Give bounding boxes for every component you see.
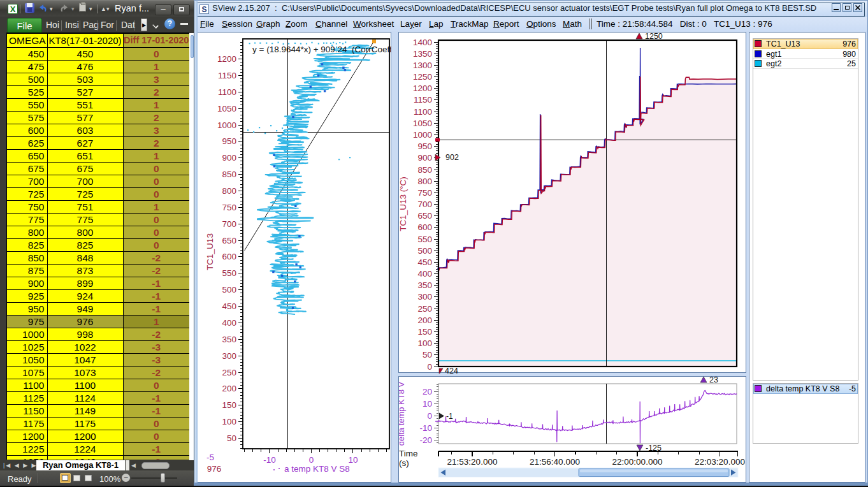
svg-text:delta temp KT8 V: delta temp KT8 V xyxy=(399,381,406,446)
svg-text:800: 800 xyxy=(222,186,236,196)
svg-text:250: 250 xyxy=(417,304,432,314)
svg-text:150: 150 xyxy=(222,400,236,410)
svg-text:1000: 1000 xyxy=(217,120,236,130)
svg-text:600: 600 xyxy=(417,222,432,232)
svg-text:10: 10 xyxy=(348,455,358,465)
svg-text:300: 300 xyxy=(222,351,236,361)
svg-text:100: 100 xyxy=(222,417,236,426)
svg-text:300: 300 xyxy=(417,292,432,302)
svg-text:-10: -10 xyxy=(263,455,276,465)
svg-text:0: 0 xyxy=(427,362,432,372)
svg-text:200: 200 xyxy=(222,384,236,393)
svg-text:1200: 1200 xyxy=(217,54,236,64)
svg-text:-5: -5 xyxy=(206,453,214,462)
svg-text:750: 750 xyxy=(222,203,236,212)
svg-text:-10: -10 xyxy=(419,423,432,433)
svg-text:750: 750 xyxy=(417,188,432,198)
svg-text:1200: 1200 xyxy=(413,84,432,93)
svg-text:1250: 1250 xyxy=(645,33,663,41)
svg-text:650: 650 xyxy=(222,236,236,245)
svg-text:550: 550 xyxy=(222,268,236,278)
svg-text:y = (18.9644*x) + 909.24 (Cor: y = (18.9644*x) + 909.24 (CorrCoeff : xyxy=(252,45,391,54)
svg-text:1000: 1000 xyxy=(413,130,432,140)
svg-text:1350: 1350 xyxy=(413,49,432,59)
svg-text:976: 976 xyxy=(207,464,222,474)
svg-text:1100: 1100 xyxy=(414,107,432,117)
svg-text:10: 10 xyxy=(423,399,432,409)
svg-text:1250: 1250 xyxy=(413,72,432,82)
svg-text:424: 424 xyxy=(445,367,458,374)
svg-text:21:56:40.000: 21:56:40.000 xyxy=(530,457,580,467)
svg-text:23: 23 xyxy=(709,376,718,384)
svg-text:22:00:00.000: 22:00:00.000 xyxy=(612,457,663,467)
svg-text:700: 700 xyxy=(222,219,236,229)
svg-text:1050: 1050 xyxy=(413,119,432,128)
svg-text:450: 450 xyxy=(417,258,432,267)
svg-text:150: 150 xyxy=(417,327,432,337)
svg-text:550: 550 xyxy=(417,235,432,244)
svg-text:1150: 1150 xyxy=(414,95,432,105)
svg-text:400: 400 xyxy=(417,269,432,279)
svg-text:900: 900 xyxy=(222,153,236,163)
svg-text:100: 100 xyxy=(417,338,432,348)
svg-text:50: 50 xyxy=(423,350,432,360)
svg-text:900: 900 xyxy=(417,153,432,163)
svg-text:20: 20 xyxy=(423,387,432,396)
svg-text:a temp KT8 V S8: a temp KT8 V S8 xyxy=(284,464,350,474)
svg-text:0: 0 xyxy=(427,411,432,421)
svg-text:1300: 1300 xyxy=(413,61,432,70)
svg-text:200: 200 xyxy=(417,316,432,325)
svg-text:700: 700 xyxy=(417,200,432,209)
svg-text:850: 850 xyxy=(222,170,236,179)
svg-text:1400: 1400 xyxy=(413,38,432,47)
svg-text:1150: 1150 xyxy=(218,71,236,80)
svg-text:TC1_U13: TC1_U13 xyxy=(205,233,215,270)
svg-text:500: 500 xyxy=(417,246,432,256)
svg-text:22:03:20.000: 22:03:20.000 xyxy=(695,457,745,467)
svg-text:800: 800 xyxy=(417,177,432,186)
svg-text:350: 350 xyxy=(417,280,432,290)
svg-text:950: 950 xyxy=(222,136,236,146)
svg-text:50: 50 xyxy=(227,433,236,443)
svg-text:850: 850 xyxy=(417,165,432,175)
svg-text:500: 500 xyxy=(222,285,236,294)
svg-text:950: 950 xyxy=(417,142,432,151)
svg-text:-1: -1 xyxy=(446,412,453,421)
svg-text:400: 400 xyxy=(222,318,236,328)
svg-text:Time: Time xyxy=(399,449,418,458)
svg-text:650: 650 xyxy=(417,211,432,221)
svg-text:0: 0 xyxy=(309,455,314,465)
svg-text:TC1_U13 (°C): TC1_U13 (°C) xyxy=(399,177,408,231)
svg-text:600: 600 xyxy=(222,252,236,261)
svg-text:1050: 1050 xyxy=(217,104,236,113)
svg-text:450: 450 xyxy=(222,302,236,311)
svg-text:250: 250 xyxy=(222,368,236,377)
svg-text:21:53:20.000: 21:53:20.000 xyxy=(447,457,498,467)
svg-text:902: 902 xyxy=(445,153,459,162)
svg-text:350: 350 xyxy=(222,335,236,344)
svg-text:-20: -20 xyxy=(419,435,432,445)
svg-text:1100: 1100 xyxy=(218,87,236,97)
svg-text:(s): (s) xyxy=(399,458,409,468)
